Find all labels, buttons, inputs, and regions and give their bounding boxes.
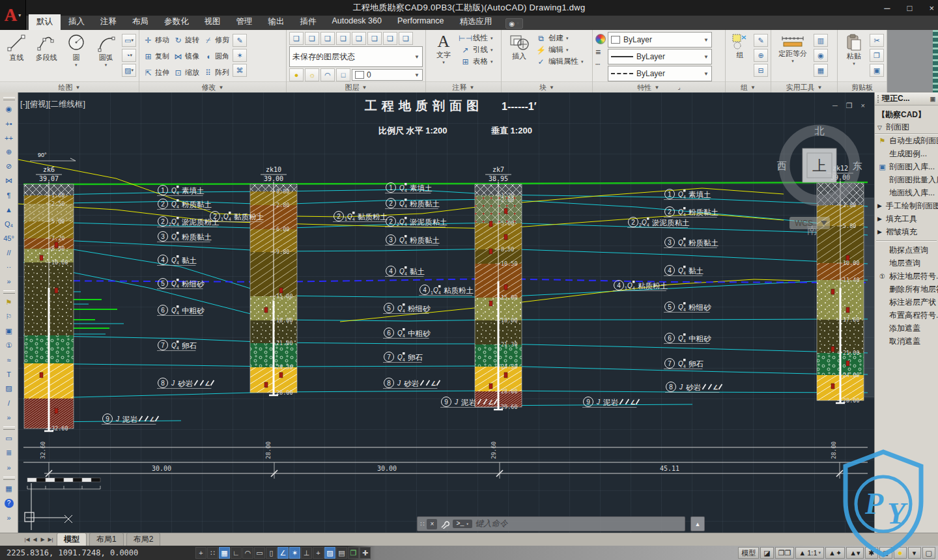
- last-tab-button[interactable]: ▶|: [47, 535, 54, 544]
- palette-item-剖面图批量入库[interactable]: 剖面图批量入库: [875, 173, 938, 186]
- select-point-tool[interactable]: ◉: [1, 102, 17, 116]
- section-export-tool[interactable]: ▣: [1, 324, 17, 338]
- palette-item-剖面图[interactable]: ▽剖面图: [875, 121, 938, 134]
- clipboard-side-icon-2[interactable]: ▣: [870, 64, 884, 77]
- grid-display-toggle[interactable]: ▦: [219, 547, 230, 559]
- ribbon-tab-Autodesk 360[interactable]: Autodesk 360: [324, 14, 390, 30]
- block-编辑属性-button[interactable]: ✓编辑属性▾: [536, 57, 584, 66]
- text-hatch-tool[interactable]: T: [1, 367, 17, 381]
- palette-item-地面线入库...[interactable]: 地面线入库...: [875, 186, 938, 199]
- infer-constraints-toggle[interactable]: +: [195, 547, 206, 559]
- image-tool[interactable]: ▦: [1, 482, 17, 496]
- layer-tool-0[interactable]: ❏: [289, 32, 304, 45]
- annotate-表格-button[interactable]: ⊞表格▾: [461, 57, 493, 66]
- panel-dialog-launcher-icon[interactable]: ⌟: [677, 84, 680, 91]
- ribbon-tab-参数化[interactable]: 参数化: [156, 14, 197, 30]
- angle-45-tool[interactable]: 45°: [1, 231, 17, 245]
- layer-tool-2[interactable]: ❏: [320, 32, 335, 45]
- panel-title-group[interactable]: 组▼: [726, 81, 771, 92]
- ribbon-tab-Performance[interactable]: Performance: [390, 14, 452, 30]
- object-snap-2d-toggle[interactable]: ▯: [266, 547, 277, 559]
- viewport-rect-tool[interactable]: ▭: [1, 432, 17, 445]
- layer-state-dropdown[interactable]: 未保存的图层状态▼: [289, 46, 423, 67]
- dynamic-input-toggle[interactable]: +: [313, 547, 324, 559]
- modify-圆角-button[interactable]: ◖圆角: [202, 48, 231, 64]
- wave-fill-tool[interactable]: ≈: [1, 353, 17, 367]
- palette-close-icon[interactable]: ×: [861, 102, 865, 110]
- panel-title-properties[interactable]: 特性▼ ⌟: [593, 81, 725, 92]
- annotation-note-tool[interactable]: ¶: [1, 188, 17, 202]
- layer-unlock-icon[interactable]: ◠: [320, 68, 335, 81]
- north-arrow-tool[interactable]: ▲: [1, 203, 17, 216]
- ribbon-tab-默认[interactable]: 默认: [29, 14, 61, 30]
- app-menu-button[interactable]: A ▾: [0, 0, 26, 30]
- lock-ui-button[interactable]: ◻: [879, 547, 892, 559]
- color-wheel-icon[interactable]: [595, 34, 606, 44]
- utils-side-icon-0[interactable]: ▥: [814, 34, 828, 47]
- annotate-引线-button[interactable]: ↗引线▾: [461, 45, 493, 55]
- first-tab-button[interactable]: |◀: [23, 535, 31, 544]
- print-tool[interactable]: ≣: [1, 446, 17, 460]
- panel-title-modify[interactable]: 修改▼: [139, 81, 286, 92]
- annotation-autoscale-button[interactable]: ▲▾: [846, 547, 863, 559]
- isometric-drafting-toggle[interactable]: ▭: [254, 547, 265, 559]
- section-line-tool[interactable]: ⋈: [1, 174, 17, 188]
- ribbon-tab-插入[interactable]: 插入: [61, 14, 92, 30]
- palette-minimize-icon[interactable]: ─: [832, 102, 838, 110]
- layer-tool-1[interactable]: ❏: [305, 32, 319, 45]
- layer-tool-3[interactable]: ❏: [336, 32, 350, 45]
- dock-grip-icon[interactable]: ∷: [420, 520, 423, 527]
- palette-item-手工绘制剖面图[interactable]: ▶手工绘制剖面图: [875, 199, 938, 212]
- erase-tool[interactable]: ✎: [233, 34, 247, 47]
- utils-side-icon-1[interactable]: ◉: [814, 49, 828, 62]
- dotted-line-tool[interactable]: ··: [1, 260, 17, 273]
- annotation-visibility-button[interactable]: ▲✦: [825, 547, 845, 559]
- modify-修剪-button[interactable]: ⌿修剪: [202, 32, 231, 48]
- layer-tool-4[interactable]: ❏: [352, 32, 366, 45]
- ribbon-tab-插件[interactable]: 插件: [292, 14, 324, 30]
- modify-拉伸-button[interactable]: ⇱拉伸: [142, 64, 171, 81]
- prev-tab-button[interactable]: ◀: [31, 535, 38, 544]
- palette-item-布置高程符号.[interactable]: 布置高程符号.: [875, 309, 938, 322]
- palette-restore-icon[interactable]: ❐: [846, 102, 853, 110]
- utils-side-icon-2[interactable]: ▦: [814, 64, 828, 77]
- lineweight-icon[interactable]: ≡: [595, 47, 606, 57]
- wcs-menu[interactable]: WCS: [789, 217, 830, 229]
- clipboard-side-icon-0[interactable]: ✂: [870, 34, 884, 47]
- next-tab-button[interactable]: ▶: [39, 535, 46, 544]
- text-button[interactable]: A 文字 ▾: [429, 32, 459, 81]
- palette-item-生成图例...[interactable]: 生成图例...: [875, 147, 938, 160]
- select-section-flag-tool[interactable]: ⚐: [1, 310, 17, 324]
- group-side-icon-1[interactable]: ⊕: [754, 49, 768, 62]
- sample-picker-tool[interactable]: /: [1, 396, 17, 410]
- annotation-scale-button[interactable]: ▲1:1▾: [795, 547, 824, 559]
- offset-tool[interactable]: ⌘: [233, 64, 247, 77]
- layout-tab-模型[interactable]: 模型: [57, 533, 87, 546]
- palette-item-褶皱填充[interactable]: ▶褶皱填充: [875, 225, 938, 238]
- group-button[interactable]: 组: [728, 32, 752, 81]
- generate-section-flag-tool[interactable]: ⚑: [1, 296, 17, 309]
- palette-header[interactable]: 理正C... ▣: [875, 92, 938, 105]
- ribbon-tab-布局[interactable]: 布局: [124, 14, 156, 30]
- viewport-controls-label[interactable]: [-][俯视][二维线框]: [20, 99, 85, 110]
- dynamic-ucs-toggle[interactable]: ⊥: [301, 547, 312, 559]
- palette-item-剖面图入库...[interactable]: ▣剖面图入库...: [875, 160, 938, 173]
- block-编辑-button[interactable]: ⚡编辑▾: [536, 45, 584, 55]
- clipboard-side-icon-1[interactable]: ❐: [870, 49, 884, 62]
- maximize-button[interactable]: □: [907, 3, 913, 13]
- rectangle-tool-button[interactable]: ▭ ▾: [122, 34, 136, 47]
- point-edit-tool[interactable]: ⊘: [1, 160, 17, 173]
- object-color-dropdown[interactable]: ByLayer▼: [608, 32, 712, 48]
- minimize-button[interactable]: ─: [884, 3, 890, 13]
- more-tools-expander-3[interactable]: »: [1, 460, 17, 474]
- slope-line-tool[interactable]: //: [1, 245, 17, 259]
- command-close-button[interactable]: ×: [427, 519, 437, 529]
- ribbon-tab-管理[interactable]: 管理: [229, 14, 261, 30]
- model-space-button[interactable]: 模型: [738, 547, 759, 559]
- palette-item-标注岩层产状[interactable]: 标注岩层产状: [875, 296, 938, 309]
- command-line-dock[interactable]: ∷ × >_ ▾ 键入命令: [417, 516, 685, 531]
- stratum-symbol-tool[interactable]: ①: [1, 339, 17, 352]
- object-snap-tracking-toggle[interactable]: ✶: [289, 547, 300, 559]
- modify-镜像-button[interactable]: ⋈镜像: [172, 48, 201, 64]
- measure-button[interactable]: 定距等分 ▾: [774, 32, 812, 81]
